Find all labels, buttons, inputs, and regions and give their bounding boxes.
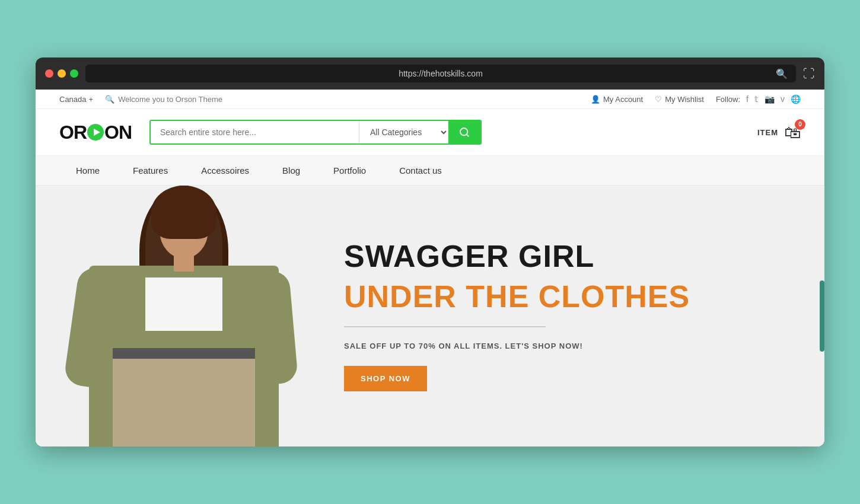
nav-item-portfolio[interactable]: Portfolio (317, 156, 383, 185)
search-bar: All Categories Accessories Blog Portfoli… (149, 120, 482, 145)
expand-icon[interactable]: ⛶ (803, 67, 815, 81)
browser-dots (45, 69, 78, 78)
follow-section: Follow: f 𝕥 📷 v 🌐 (716, 94, 801, 104)
top-bar-left: Canada + 🔍 Welcome you to Orson Theme (59, 95, 222, 104)
scrollbar[interactable] (820, 280, 824, 352)
my-account-link[interactable]: 👤 My Account (591, 95, 643, 104)
vimeo-icon[interactable]: v (781, 94, 785, 104)
search-button-icon (459, 127, 470, 138)
logo-text-on: ON (104, 122, 132, 143)
account-icon: 👤 (591, 95, 600, 104)
search-button[interactable] (448, 121, 480, 143)
globe-icon[interactable]: 🌐 (791, 94, 801, 104)
country-expand-icon: + (89, 95, 94, 104)
logo-text-or: OR (59, 122, 87, 143)
minimize-dot[interactable] (58, 69, 66, 78)
hero-divider (344, 326, 546, 327)
logo-play-icon (87, 124, 104, 141)
hero-section: SWAGGER GIRL UNDER THE CLOTHES SALE OFF … (36, 186, 824, 446)
close-dot[interactable] (45, 69, 53, 78)
hero-title-sub: UNDER THE CLOTHES (344, 281, 777, 312)
cart-section: ITEM 🛍 0 (757, 123, 801, 142)
account-label: My Account (603, 95, 643, 104)
twitter-icon[interactable]: 𝕥 (754, 94, 759, 104)
nav-item-features[interactable]: Features (116, 156, 184, 185)
country-selector[interactable]: Canada + (59, 95, 93, 104)
search-input[interactable] (151, 121, 359, 143)
search-icon: 🔍 (105, 95, 114, 104)
hero-title-main: SWAGGER GIRL (344, 241, 777, 272)
url-text: https://thehotskills.com (399, 69, 483, 78)
browser-chrome: https://thehotskills.com 🔍 ⛶ (36, 58, 824, 90)
cart-badge: 0 (795, 119, 805, 130)
cart-icon-wrapper[interactable]: 🛍 0 (784, 123, 801, 142)
nav-item-accessoires[interactable]: Accessoires (184, 156, 266, 185)
logo[interactable]: OR ON (59, 122, 132, 143)
nav-item-contact[interactable]: Contact us (383, 156, 458, 185)
nav-item-blog[interactable]: Blog (266, 156, 317, 185)
belt (113, 348, 255, 359)
follow-label: Follow: (716, 95, 740, 104)
website-content: Canada + 🔍 Welcome you to Orson Theme 👤 … (36, 90, 824, 446)
browser-search-icon: 🔍 (776, 68, 788, 79)
cart-label: ITEM (757, 128, 778, 137)
hair-front (151, 186, 216, 239)
maximize-dot[interactable] (70, 69, 78, 78)
browser-window: https://thehotskills.com 🔍 ⛶ Canada + 🔍 … (36, 58, 824, 446)
hero-image (36, 186, 320, 446)
neck (174, 254, 194, 272)
my-wishlist-link[interactable]: ♡ My Wishlist (655, 95, 704, 104)
woman-figure (83, 186, 285, 446)
shirt (145, 277, 222, 331)
country-label: Canada (59, 95, 87, 104)
hero-content: SWAGGER GIRL UNDER THE CLOTHES SALE OFF … (320, 205, 824, 427)
welcome-text: 🔍 Welcome you to Orson Theme (105, 95, 222, 104)
navigation: Home Features Accessoires Blog Portfolio… (36, 156, 824, 186)
header: OR ON All Categories Accessories Blog Po… (36, 109, 824, 156)
category-select[interactable]: All Categories Accessories Blog Portfoli… (359, 121, 448, 143)
nav-item-home[interactable]: Home (59, 156, 116, 185)
instagram-icon[interactable]: 📷 (765, 94, 775, 104)
facebook-icon[interactable]: f (746, 94, 748, 104)
top-bar-right: 👤 My Account ♡ My Wishlist Follow: f 𝕥 📷… (591, 94, 801, 104)
address-bar[interactable]: https://thehotskills.com 🔍 (85, 65, 796, 82)
top-bar: Canada + 🔍 Welcome you to Orson Theme 👤 … (36, 90, 824, 109)
wishlist-label: My Wishlist (665, 95, 704, 104)
heart-icon: ♡ (655, 95, 662, 104)
shop-now-button[interactable]: SHOP NOW (344, 366, 427, 391)
pants (113, 358, 255, 446)
hero-subtitle: SALE OFF UP TO 70% ON ALL ITEMS. LET'S S… (344, 342, 777, 350)
welcome-message: Welcome you to Orson Theme (118, 95, 222, 104)
